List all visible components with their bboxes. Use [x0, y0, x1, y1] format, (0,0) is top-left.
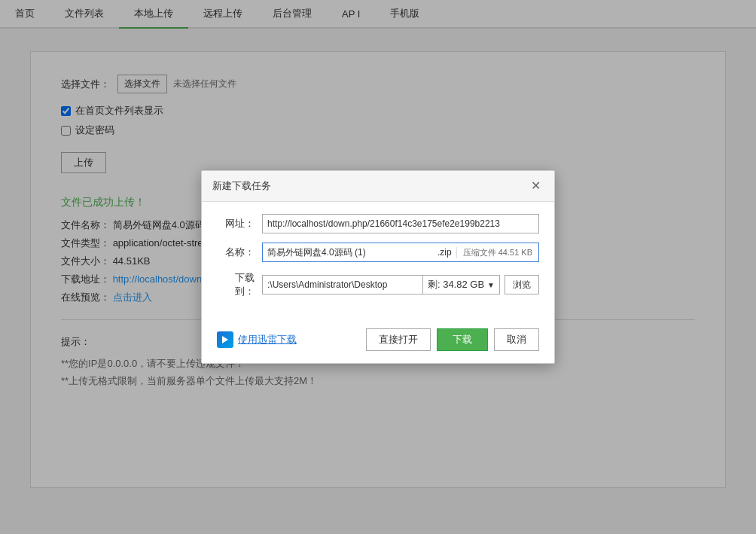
- open-directly-button[interactable]: 直接打开: [366, 328, 431, 351]
- dropdown-arrow-icon: ▼: [487, 281, 495, 289]
- url-row: 网址：: [217, 214, 539, 233]
- name-field-wrapper: .zip 压缩文件 44.51 KB: [262, 243, 539, 262]
- saveto-dropdown-arrow[interactable]: 剩: 34.82 GB ▼: [423, 275, 500, 294]
- saveto-row: 下载到： 剩: 34.82 GB ▼ 浏览: [217, 271, 539, 298]
- name-size: 压缩文件 44.51 KB: [456, 247, 538, 258]
- modal-header: 新建下载任务 ✕: [202, 171, 554, 202]
- xunlei-logo-icon: [220, 334, 230, 345]
- xunlei-link[interactable]: 使用迅雷下载: [238, 333, 297, 346]
- url-label: 网址：: [217, 217, 255, 230]
- browse-button[interactable]: 浏览: [505, 275, 539, 294]
- saveto-wrapper: 剩: 34.82 GB ▼ 浏览: [262, 275, 539, 294]
- name-label: 名称：: [217, 246, 255, 259]
- name-ext: .zip: [433, 247, 456, 258]
- modal-body: 网址： 名称： .zip 压缩文件 44.51 KB 下载到： 剩: 34.8: [202, 202, 554, 319]
- modal-footer: 使用迅雷下载 直接打开 下载 取消: [202, 319, 554, 363]
- modal-title: 新建下载任务: [212, 179, 271, 193]
- cancel-button[interactable]: 取消: [494, 328, 539, 351]
- modal-close-button[interactable]: ✕: [528, 179, 544, 194]
- xunlei-section: 使用迅雷下载: [217, 331, 366, 348]
- saveto-label: 下载到：: [217, 271, 255, 298]
- download-button[interactable]: 下载: [437, 328, 488, 351]
- modal-overlay: 新建下载任务 ✕ 网址： 名称： .zip 压缩文件 44.51 KB 下载到：: [0, 0, 756, 534]
- name-input[interactable]: [263, 244, 433, 261]
- footer-buttons: 直接打开 下载 取消: [366, 328, 539, 351]
- svg-marker-0: [222, 336, 228, 343]
- download-modal: 新建下载任务 ✕ 网址： 名称： .zip 压缩文件 44.51 KB 下载到：: [201, 170, 555, 364]
- xunlei-icon: [217, 331, 233, 348]
- name-row: 名称： .zip 压缩文件 44.51 KB: [217, 243, 539, 262]
- saveto-free-text: 剩: 34.82 GB: [428, 278, 484, 291]
- url-input[interactable]: [262, 214, 539, 233]
- saveto-input[interactable]: [262, 275, 423, 294]
